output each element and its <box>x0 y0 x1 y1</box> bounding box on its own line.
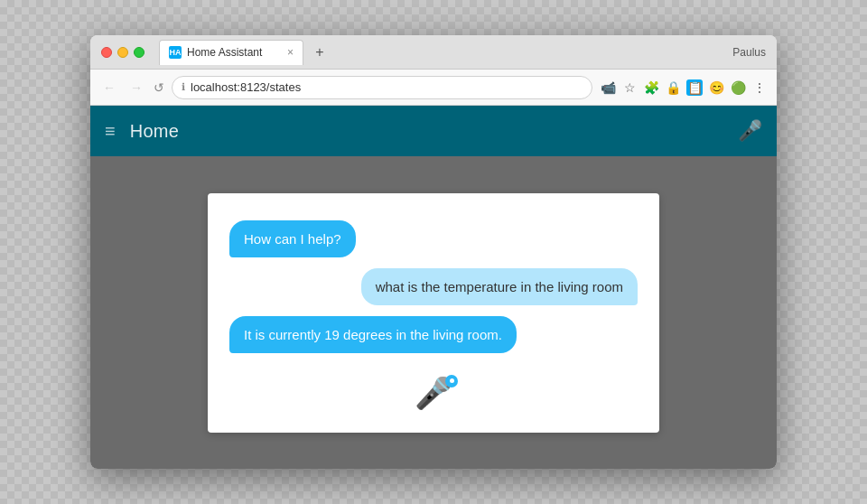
maximize-button[interactable] <box>134 47 144 58</box>
tab-bar: HA Home Assistant × + <box>152 40 725 65</box>
mic-badge-dot <box>450 378 454 383</box>
forward-button[interactable]: → <box>126 79 146 97</box>
mic-indicator: 🎤 <box>229 375 638 411</box>
extensions-icon[interactable]: 🧩 <box>643 79 659 96</box>
header-mic-icon[interactable]: 🎤 <box>738 119 762 143</box>
url-bar[interactable]: ℹ localhost:8123/states <box>172 76 592 99</box>
main-content: How can I help? what is the temperature … <box>90 156 777 469</box>
title-bar: HA Home Assistant × + Paulus <box>90 35 777 70</box>
menu-icon[interactable]: ⋮ <box>751 79 768 96</box>
tab-close-button[interactable]: × <box>287 46 294 59</box>
app-title: Home <box>130 121 180 142</box>
tab-title: Home Assistant <box>187 46 262 59</box>
tab-favicon: HA <box>169 46 182 59</box>
assistant-message-1: How can I help? <box>244 231 341 247</box>
assistant-bubble-1: How can I help? <box>229 220 356 257</box>
user-message-1: what is the temperature in the living ro… <box>376 279 623 294</box>
camera-icon[interactable]: 📹 <box>600 79 616 96</box>
hamburger-icon[interactable]: ≡ <box>105 122 116 140</box>
share-icon[interactable]: 📋 <box>686 79 703 96</box>
user-bubble-1: what is the temperature in the living ro… <box>361 268 638 305</box>
password-icon[interactable]: 🔒 <box>665 79 681 96</box>
close-button[interactable] <box>101 47 112 58</box>
user-name: Paulus <box>732 46 766 59</box>
back-button[interactable]: ← <box>99 79 119 97</box>
mic-active-badge <box>445 375 458 387</box>
active-tab[interactable]: HA Home Assistant × <box>159 40 303 65</box>
new-tab-button[interactable]: + <box>309 42 331 63</box>
browser-window: HA Home Assistant × + Paulus ← → ↺ ℹ loc… <box>90 35 777 469</box>
app-header: ≡ Home 🎤 <box>90 106 777 156</box>
refresh-button[interactable]: ↺ <box>154 80 164 95</box>
url-text: localhost:8123/states <box>191 80 301 94</box>
emoji-icon[interactable]: 😊 <box>708 79 724 96</box>
assistant-bubble-2: It is currently 19 degrees in the living… <box>229 316 517 353</box>
security-icon: ℹ <box>182 81 185 93</box>
minimize-button[interactable] <box>117 47 128 58</box>
profile-icon[interactable]: 🟢 <box>730 79 746 96</box>
chat-dialog: How can I help? what is the temperature … <box>208 193 659 433</box>
chat-messages: How can I help? what is the temperature … <box>229 220 638 353</box>
bookmark-icon[interactable]: ☆ <box>621 79 638 96</box>
toolbar-icons: 📹 ☆ 🧩 🔒 📋 😊 🟢 ⋮ <box>600 79 768 96</box>
assistant-message-2: It is currently 19 degrees in the living… <box>244 327 502 342</box>
traffic-lights <box>101 47 144 58</box>
address-bar: ← → ↺ ℹ localhost:8123/states 📹 ☆ 🧩 🔒 📋 … <box>90 70 777 106</box>
